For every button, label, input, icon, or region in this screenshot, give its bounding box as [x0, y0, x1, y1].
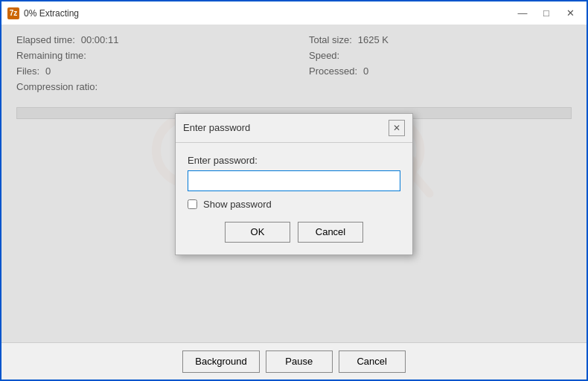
show-password-row: Show password — [188, 199, 400, 210]
app-icon: 7z — [7, 7, 19, 19]
password-input[interactable] — [188, 170, 400, 191]
background-button[interactable]: Background — [182, 350, 259, 373]
content-area: ristum Elapsed time: 00:00:11 Total size… — [1, 25, 587, 342]
show-password-label[interactable]: Show password — [203, 199, 272, 210]
pause-button[interactable]: Pause — [266, 350, 333, 373]
main-window: 7z 0% Extracting — □ ✕ ristum — [0, 0, 588, 381]
cancel-button[interactable]: Cancel — [298, 222, 363, 243]
dialog-title: Enter password — [183, 122, 250, 133]
password-dialog: Enter password ✕ Enter password: Show pa… — [175, 113, 413, 255]
minimize-button[interactable]: — — [512, 5, 533, 22]
maximize-button[interactable]: □ — [536, 5, 557, 22]
bottom-bar: Background Pause Cancel — [1, 342, 587, 380]
window-controls: — □ ✕ — [512, 5, 581, 22]
dialog-body: Enter password: Show password OK Cancel — [176, 143, 412, 254]
close-button[interactable]: ✕ — [560, 5, 581, 22]
modal-overlay: Enter password ✕ Enter password: Show pa… — [1, 25, 587, 342]
dialog-close-button[interactable]: ✕ — [389, 120, 405, 136]
show-password-checkbox[interactable] — [188, 199, 197, 209]
cancel-button[interactable]: Cancel — [339, 350, 406, 373]
ok-button[interactable]: OK — [225, 222, 290, 243]
dialog-buttons: OK Cancel — [188, 222, 400, 246]
title-bar: 7z 0% Extracting — □ ✕ — [1, 1, 587, 25]
dialog-title-bar: Enter password ✕ — [176, 114, 412, 143]
window-title: 0% Extracting — [24, 8, 512, 19]
password-label: Enter password: — [188, 155, 400, 166]
